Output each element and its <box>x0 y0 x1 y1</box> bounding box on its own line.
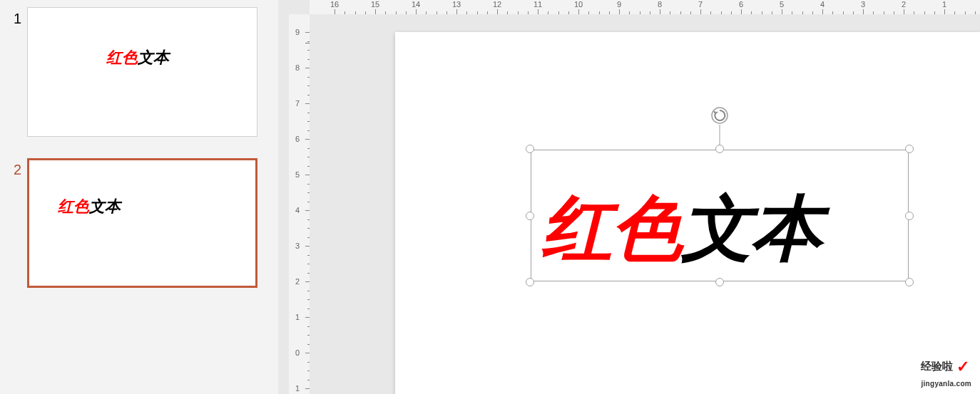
textbox-black-part: 文本 <box>681 188 821 268</box>
ruler-v-label: 0 <box>295 348 300 357</box>
ruler-h-tick <box>660 9 660 14</box>
ruler-v-label: 1 <box>295 384 300 393</box>
slide-thumbnail-panel: 1 红色文本 2 红色文本 <box>0 0 278 394</box>
rotation-handle-icon[interactable] <box>711 107 728 124</box>
ruler-h-tick <box>904 9 904 14</box>
ruler-h-tick <box>944 9 945 14</box>
ruler-h-tick <box>619 9 620 14</box>
thumbnail-2-slide[interactable]: 红色文本 <box>27 158 257 288</box>
thumbnail-2-text: 红色文本 <box>58 196 121 217</box>
textbox-red-part: 红色 <box>541 188 681 268</box>
thumbnail-1-number: 1 <box>0 7 27 27</box>
ruler-h-label: 3 <box>861 0 865 9</box>
thumbnail-2-number: 2 <box>0 158 27 178</box>
horizontal-ruler: 16151413121110987654321 <box>310 0 980 14</box>
ruler-h-tick <box>456 9 457 14</box>
ruler-h-label: 4 <box>820 0 825 9</box>
ruler-h-label: 13 <box>452 0 461 9</box>
ruler-v-label: 5 <box>295 170 300 179</box>
ruler-h-label: 7 <box>698 0 703 9</box>
thumbnail-1-text: 红色文本 <box>106 47 169 68</box>
ruler-h-tick <box>375 9 376 14</box>
resize-handle-n[interactable] <box>715 145 724 153</box>
resize-handle-w[interactable] <box>526 212 534 220</box>
resize-handle-nw[interactable] <box>526 145 534 153</box>
ruler-h-tick <box>416 9 417 14</box>
thumbnail-1-container[interactable]: 1 红色文本 <box>0 7 278 137</box>
slide-canvas-area: 红色文本 经验啦 ✓ jingyanla.com <box>310 14 980 394</box>
vertical-ruler: 98765432101 <box>289 14 310 394</box>
resize-handle-sw[interactable] <box>526 278 534 286</box>
thumbnail-2-red: 红色 <box>58 197 89 215</box>
ruler-v-label: 3 <box>295 242 300 250</box>
ruler-h-tick <box>782 9 782 14</box>
ruler-v-label: 6 <box>295 135 300 143</box>
ruler-h-tick <box>335 9 335 14</box>
watermark: 经验啦 ✓ jingyanla.com <box>921 358 971 388</box>
resize-handle-e[interactable] <box>905 212 914 220</box>
ruler-v-label: 4 <box>295 206 300 214</box>
resize-handle-se[interactable] <box>905 278 914 286</box>
watermark-title: 经验啦 <box>921 360 953 372</box>
ruler-h-label: 14 <box>412 0 420 9</box>
ruler-h-label: 1 <box>942 0 946 9</box>
ruler-h-tick <box>497 9 498 14</box>
ruler-h-tick <box>700 9 701 14</box>
thumbnail-2-black: 文本 <box>89 197 121 215</box>
ruler-v-label: 2 <box>295 277 300 286</box>
ruler-h-tick <box>863 9 864 14</box>
watermark-url: jingyanla.com <box>921 380 971 388</box>
selected-textbox[interactable]: 红色文本 <box>531 150 909 281</box>
thumbnail-2-container[interactable]: 2 红色文本 <box>0 158 278 288</box>
thumbnail-1-black: 文本 <box>138 48 169 66</box>
ruler-h-label: 10 <box>574 0 583 9</box>
ruler-h-tick <box>741 9 742 14</box>
ruler-h-label: 15 <box>371 0 379 9</box>
ruler-v-label: 9 <box>295 28 300 36</box>
thumbnail-1-slide[interactable]: 红色文本 <box>27 7 257 137</box>
ruler-h-label: 2 <box>902 0 906 9</box>
ruler-h-label: 8 <box>658 0 662 9</box>
textbox-text[interactable]: 红色文本 <box>541 182 821 278</box>
ruler-v-label: 7 <box>295 99 300 108</box>
ruler-h-label: 16 <box>330 0 339 9</box>
resize-handle-s[interactable] <box>715 278 724 286</box>
horizontal-ruler-content: 16151413121110987654321 <box>310 0 980 14</box>
ruler-h-label: 11 <box>534 0 542 9</box>
ruler-h-label: 9 <box>617 0 621 9</box>
resize-handle-ne[interactable] <box>905 145 914 153</box>
ruler-v-label: 1 <box>295 313 300 321</box>
slide-canvas[interactable]: 红色文本 经验啦 ✓ jingyanla.com <box>395 32 980 394</box>
ruler-h-label: 12 <box>493 0 501 9</box>
ruler-h-tick <box>538 9 539 14</box>
ruler-h-tick <box>578 9 579 14</box>
ruler-h-tick <box>822 9 823 14</box>
ruler-h-label: 6 <box>739 0 743 9</box>
ruler-v-label: 8 <box>295 63 300 72</box>
thumbnail-1-red: 红色 <box>106 48 138 66</box>
ruler-h-label: 5 <box>780 0 784 9</box>
watermark-check-icon: ✓ <box>956 358 969 375</box>
